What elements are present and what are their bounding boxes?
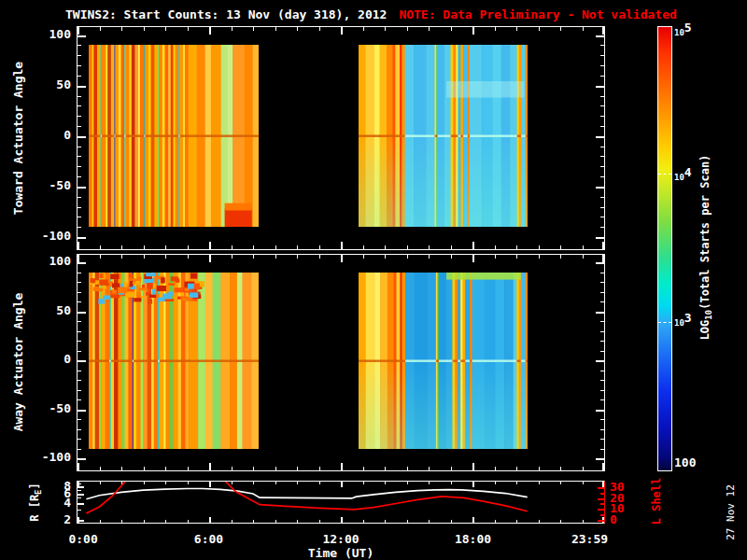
- angle-tick: [600, 321, 604, 322]
- time-tick: [121, 245, 122, 249]
- time-tick: [472, 242, 474, 249]
- time-tick-label: 18:00: [455, 532, 491, 546]
- angle-tick: [78, 429, 81, 430]
- toward-spectrogram-panel: [77, 26, 605, 250]
- time-tick: [78, 463, 79, 470]
- time-tick: [583, 27, 584, 31]
- time-tick: [232, 245, 233, 249]
- time-tick: [209, 242, 211, 249]
- time-tick: [275, 255, 276, 259]
- time-tick: [583, 467, 584, 470]
- angle-tick: [600, 301, 604, 302]
- time-tick: [275, 245, 276, 249]
- angle-tick-label: -100: [28, 450, 71, 464]
- colorbar-tick-label: 100: [674, 455, 696, 469]
- time-tick: [100, 245, 101, 249]
- angle-tick: [78, 419, 81, 420]
- angle-tick: [600, 390, 604, 391]
- angle-tick: [600, 292, 604, 293]
- angle-tick: [600, 126, 604, 127]
- angle-tick: [78, 147, 81, 147]
- time-tick: [121, 467, 122, 470]
- angle-tick: [78, 262, 86, 264]
- angle-tick: [600, 273, 604, 273]
- r-tick-label: 2: [43, 512, 71, 526]
- time-tick: [188, 255, 189, 259]
- r-tick-label: 4: [43, 496, 71, 510]
- angle-tick: [600, 449, 604, 450]
- colorbar-tick-label: 104: [674, 165, 692, 184]
- time-tick: [165, 255, 166, 259]
- angle-tick: [600, 116, 604, 117]
- angle-tick: [600, 331, 604, 332]
- time-tick: [560, 255, 561, 259]
- angle-tick: [600, 439, 604, 440]
- angle-tick: [78, 45, 81, 46]
- angle-tick: [78, 55, 81, 56]
- time-tick: [165, 245, 166, 249]
- spectrogram-block: [89, 273, 259, 449]
- angle-tick: [600, 380, 604, 381]
- time-tick: [602, 242, 604, 249]
- lshell-axis-label: L Shell: [650, 478, 663, 525]
- colorbar: [657, 26, 672, 471]
- toward-y-axis-label: Toward Actuator Angle: [11, 62, 25, 215]
- angle-tick-label: 0: [28, 128, 71, 142]
- angle-tick: [78, 351, 81, 352]
- angle-tick: [78, 390, 81, 391]
- time-tick: [297, 255, 298, 259]
- twins2-plot-screen: TWINS2: Start Counts: 13 Nov (day 318), …: [0, 0, 747, 560]
- spectrogram-block: [89, 45, 259, 227]
- time-tick: [516, 245, 517, 249]
- time-tick: [188, 27, 189, 31]
- angle-tick: [600, 227, 604, 228]
- time-axis-label: Time (UT): [308, 546, 374, 560]
- angle-tick: [78, 86, 86, 88]
- time-tick: [275, 467, 276, 470]
- time-tick: [297, 27, 298, 31]
- time-tick: [188, 467, 189, 470]
- angle-tick: [600, 371, 604, 371]
- time-tick: [319, 27, 320, 31]
- time-tick: [472, 255, 474, 262]
- angle-tick: [78, 380, 81, 381]
- time-tick: [253, 255, 254, 259]
- angle-tick: [600, 207, 604, 208]
- time-tick-label: 6:00: [194, 532, 223, 546]
- time-tick: [232, 27, 233, 31]
- angle-tick: [78, 76, 81, 77]
- time-tick: [472, 463, 474, 470]
- angle-tick: [596, 458, 604, 460]
- angle-tick: [596, 410, 604, 412]
- angle-tick: [78, 126, 81, 127]
- time-tick: [516, 467, 517, 470]
- time-tick: [385, 467, 386, 470]
- angle-tick: [78, 371, 81, 371]
- time-tick: [407, 255, 408, 259]
- angle-tick-label: -50: [28, 401, 71, 415]
- colorbar-tick-label: 103: [674, 311, 692, 329]
- time-tick: [319, 245, 320, 249]
- time-tick-label: 12:00: [322, 532, 359, 546]
- spectrogram-block: [359, 45, 528, 227]
- angle-tick: [600, 176, 604, 177]
- time-tick: [407, 27, 408, 31]
- angle-tick: [78, 237, 86, 239]
- angle-tick: [596, 237, 604, 239]
- angle-tick: [600, 45, 604, 46]
- angle-tick: [78, 105, 81, 106]
- time-tick: [363, 27, 364, 31]
- time-tick: [429, 245, 430, 249]
- time-tick: [495, 255, 496, 259]
- time-tick-label: 23:59: [571, 532, 608, 546]
- angle-tick: [78, 207, 81, 208]
- angle-tick-label: 50: [28, 77, 71, 91]
- angle-tick: [78, 273, 81, 273]
- time-tick: [78, 27, 79, 35]
- page-title: TWINS2: Start Counts: 13 Nov (day 318), …: [65, 7, 387, 21]
- colorbar-dash-tick: [658, 174, 671, 175]
- time-tick: [209, 463, 211, 470]
- time-tick: [341, 27, 343, 35]
- angle-tick: [78, 312, 86, 314]
- angle-tick: [600, 197, 604, 198]
